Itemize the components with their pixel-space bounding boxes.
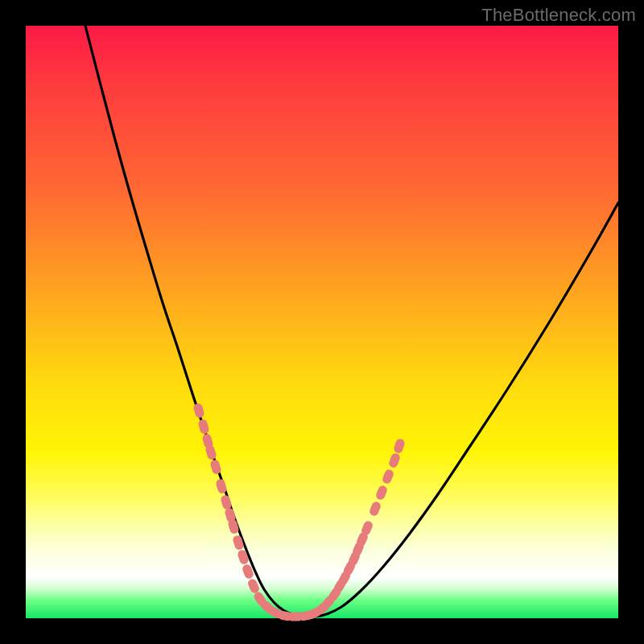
- svg-rect-9: [232, 535, 245, 551]
- watermark-text: TheBottleneck.com: [481, 5, 636, 26]
- curve-svg: [26, 26, 618, 618]
- svg-rect-1: [197, 419, 210, 435]
- highlighted-points: [192, 402, 406, 621]
- svg-rect-31: [375, 485, 389, 502]
- svg-rect-34: [393, 438, 406, 455]
- svg-rect-30: [369, 501, 382, 518]
- plot-area: [26, 26, 618, 618]
- chart-frame: TheBottleneck.com: [0, 0, 644, 644]
- svg-rect-0: [192, 402, 205, 419]
- bottleneck-curve: [85, 26, 618, 617]
- svg-rect-33: [388, 452, 402, 469]
- svg-rect-32: [382, 469, 395, 485]
